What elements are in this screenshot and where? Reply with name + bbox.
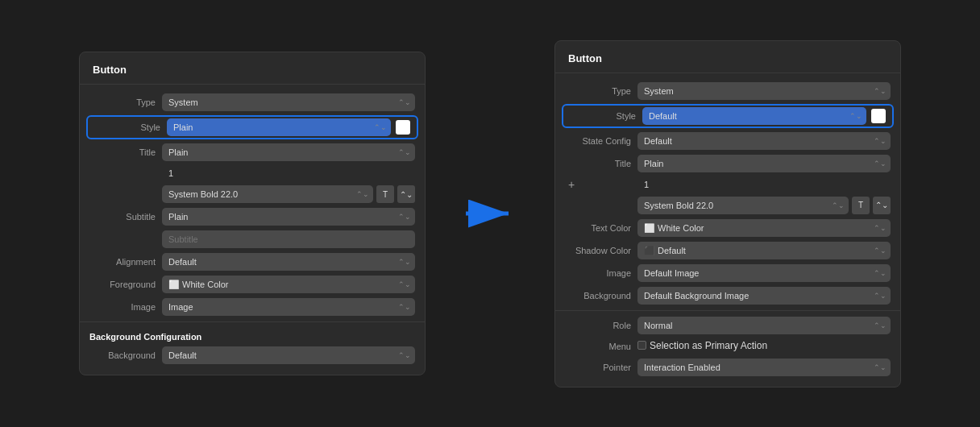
role-content: Normal — [637, 317, 891, 334]
role-select-wrapper[interactable]: Normal — [637, 317, 891, 334]
background-select-wrapper-left[interactable]: Default — [162, 346, 415, 364]
state-content: Default — [637, 132, 891, 150]
image-select-left[interactable]: Image — [162, 298, 415, 316]
subtitle-input-content — [162, 230, 415, 248]
shadow-color-select[interactable]: ⬛ Default — [637, 242, 891, 259]
state-row: State Config Default — [555, 130, 900, 152]
menu-checkbox[interactable] — [637, 341, 646, 350]
right-title-select-wrapper[interactable]: Plain — [637, 155, 891, 172]
shadow-color-content: ⬛ Default — [637, 242, 891, 259]
style-select[interactable]: Plain — [167, 118, 391, 136]
alignment-select-wrapper[interactable]: Default — [162, 253, 415, 271]
type-select[interactable]: System — [162, 93, 415, 111]
style-white-box — [396, 120, 410, 135]
pointer-select-wrapper[interactable]: Interaction Enabled — [637, 359, 891, 376]
shadow-color-label: Shadow Color — [565, 246, 637, 255]
right-title-content: Plain — [637, 155, 891, 172]
background-row-left: Background Default — [80, 344, 425, 367]
right-title-row: Title Plain — [555, 152, 900, 175]
right-font-type-button[interactable]: T — [852, 197, 870, 214]
font-select[interactable]: System Bold 22.0 — [162, 185, 373, 203]
background-content-left: Default — [162, 346, 415, 364]
foreground-select[interactable]: ⬜ White Color — [162, 276, 415, 293]
pointer-content: Interaction Enabled — [637, 359, 891, 376]
font-row: System Bold 22.0 T ⌃⌄ — [80, 183, 425, 205]
alignment-label: Alignment — [89, 257, 162, 267]
left-panel: Button Type System Style Plain — [79, 52, 426, 375]
background-label-left: Background — [89, 350, 162, 360]
state-label: State Config — [565, 136, 637, 146]
font-select-wrapper[interactable]: System Bold 22.0 — [162, 185, 373, 203]
divider-left — [80, 321, 425, 322]
pointer-select[interactable]: Interaction Enabled — [637, 359, 891, 376]
title-select-wrapper[interactable]: Plain — [162, 143, 415, 161]
shadow-color-select-wrapper[interactable]: ⬛ Default — [637, 242, 891, 259]
right-panel: Button Type System Style Default — [554, 40, 901, 388]
right-type-label: Type — [565, 86, 637, 96]
right-font-stepper[interactable]: ⌃⌄ — [873, 197, 891, 214]
subtitle-input[interactable] — [162, 230, 415, 248]
right-background-content: Default Background Image — [637, 287, 891, 305]
right-image-label: Image — [565, 268, 637, 278]
text-color-select-wrapper[interactable]: ⬜ White Color — [637, 219, 891, 237]
plus-button[interactable]: + — [565, 178, 578, 191]
subtitle-content: Plain — [162, 208, 415, 226]
style-label: Style — [94, 122, 167, 132]
right-type-row: Type System — [555, 80, 900, 102]
subtitle-select[interactable]: Plain — [162, 208, 415, 226]
background-select-left[interactable]: Default — [162, 346, 415, 364]
pointer-row: Pointer Interaction Enabled — [555, 356, 900, 379]
right-font-select-wrapper[interactable]: System Bold 22.0 — [637, 197, 849, 214]
bg-config-title: Background Configuration — [80, 325, 425, 344]
text-color-select[interactable]: ⬜ White Color — [637, 219, 891, 237]
right-image-select-wrapper[interactable]: Default Image — [637, 264, 891, 282]
image-select-wrapper-left[interactable]: Image — [162, 298, 415, 316]
right-type-select[interactable]: System — [637, 82, 891, 100]
subtitle-select-wrapper[interactable]: Plain — [162, 208, 415, 226]
foreground-content: ⬜ White Color — [162, 276, 415, 293]
state-select-wrapper[interactable]: Default — [637, 132, 891, 150]
right-image-select[interactable]: Default Image — [637, 264, 891, 282]
right-style-select-wrapper[interactable]: Default — [642, 107, 866, 125]
right-style-select[interactable]: Default — [642, 107, 866, 125]
right-font-content: System Bold 22.0 T ⌃⌄ — [637, 197, 891, 214]
right-type-select-wrapper[interactable]: System — [637, 82, 891, 100]
title-row: Title Plain — [80, 141, 425, 164]
subtitle-input-row — [80, 228, 425, 251]
right-background-select-wrapper[interactable]: Default Background Image — [637, 287, 891, 305]
font-type-button[interactable]: T — [376, 185, 394, 203]
right-background-row: Background Default Background Image — [555, 284, 900, 307]
arrow-svg — [462, 197, 518, 230]
right-style-inner: Style Default — [570, 107, 886, 125]
right-style-row-highlighted: Style Default — [562, 104, 894, 128]
type-label: Type — [89, 97, 162, 107]
text-color-content: ⬜ White Color — [637, 219, 891, 237]
right-style-white-box — [871, 109, 886, 123]
title-select[interactable]: Plain — [162, 143, 415, 161]
right-title-select[interactable]: Plain — [637, 155, 891, 172]
type-select-wrapper[interactable]: System — [162, 93, 415, 111]
role-select[interactable]: Normal — [637, 317, 891, 334]
alignment-select[interactable]: Default — [162, 253, 415, 271]
foreground-row: Foreground ⬜ White Color — [80, 273, 425, 296]
style-select-wrapper[interactable]: Plain — [167, 118, 391, 136]
font-content: System Bold 22.0 T ⌃⌄ — [162, 185, 415, 203]
subtitle-row: Subtitle Plain — [80, 205, 425, 228]
state-select[interactable]: Default — [637, 132, 891, 150]
right-image-row: Image Default Image — [555, 262, 900, 284]
right-title-label: Title — [565, 159, 637, 168]
menu-checkbox-wrapper: Selection as Primary Action — [637, 340, 767, 351]
text-color-label: Text Color — [565, 223, 637, 233]
style-row-highlighted: Style Plain — [86, 115, 418, 139]
right-font-select[interactable]: System Bold 22.0 — [637, 197, 849, 214]
type-content: System — [162, 93, 415, 111]
foreground-select-wrapper[interactable]: ⬜ White Color — [162, 276, 415, 293]
right-image-content: Default Image — [637, 264, 891, 282]
right-background-select[interactable]: Default Background Image — [637, 287, 891, 305]
arrow-wrapper — [462, 197, 518, 230]
right-style-content: Default — [642, 107, 866, 125]
alignment-row: Alignment Default — [80, 251, 425, 273]
font-stepper[interactable]: ⌃⌄ — [397, 185, 415, 203]
subtitle-label: Subtitle — [89, 212, 162, 222]
pointer-label: Pointer — [565, 363, 637, 372]
